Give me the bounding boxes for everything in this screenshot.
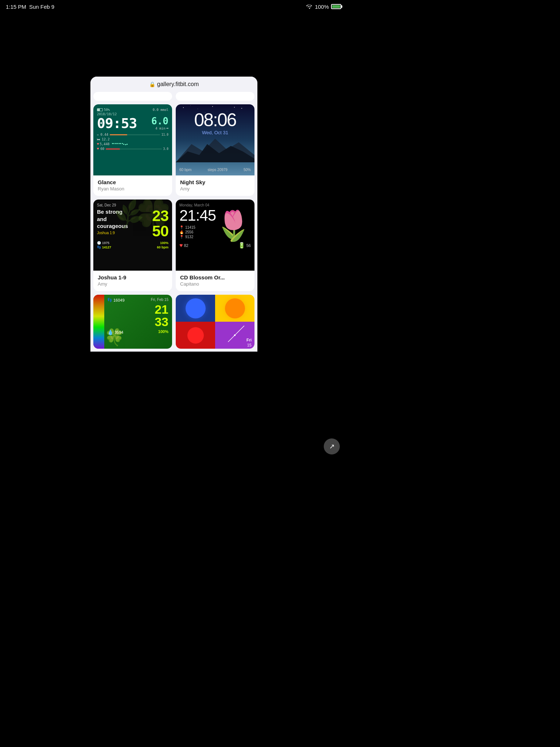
watch-card-clover[interactable]: 👣 16049 Fri, Feb 15 21 33 [93, 295, 172, 349]
glance-duration: 4 min [155, 127, 165, 130]
glance-battery: 50% [104, 108, 110, 112]
blossom-label: CD Blossom Or... Capitano [176, 271, 254, 291]
glance-bar2-max: 3.0 [163, 147, 168, 151]
blossom-calories: 2556 [185, 230, 193, 234]
joshua-ref: Joshua 1:9 [97, 231, 128, 235]
watch-card-blossom[interactable]: Monday, March 04 21:45 📍 11415 🔥 2556 📍 [176, 200, 254, 291]
glance-steps: 5,448 [100, 142, 109, 146]
joshua-name: Joshua 1-9 [98, 274, 168, 280]
clover-water: 3594 [114, 330, 123, 334]
joshua-label: Joshua 1-9 Amy [93, 271, 172, 291]
colorful-day: Fri [246, 338, 252, 342]
svg-point-4 [234, 334, 236, 336]
joshua-year: 1975 [102, 241, 109, 245]
nightsky-face: 08:06 Wed, Oct 31 60 bpm steps 20979 50% [176, 104, 254, 175]
browser-header: 🔒 gallery.fitbit.com [90, 77, 257, 90]
watch-grid: 50% 0.0 mmol 2018/10/12 09:53 6.0 4 min [93, 104, 254, 349]
clover-date: Fri, Feb 15 [151, 298, 168, 302]
blossom-heart: 82 [184, 243, 188, 248]
status-bar: 1:15 PM Sun Feb 9 100% [0, 0, 347, 13]
browser-window: 🔒 gallery.fitbit.com [90, 77, 257, 352]
colorful-face: Fri 15 [176, 295, 254, 349]
nightsky-name: Night Sky [180, 179, 250, 185]
clover-battery: 100% [158, 329, 168, 335]
watch-card-nightsky[interactable]: 08:06 Wed, Oct 31 60 bpm steps 20979 50%… [176, 104, 254, 196]
glance-bed: 12.2 [102, 138, 110, 141]
joshua-min: 50 [152, 222, 168, 240]
blossom-steps: 11415 [185, 225, 195, 229]
nightsky-bpm: 60 bpm [179, 168, 191, 172]
nightsky-battery: 50% [244, 168, 251, 172]
url-text: gallery.fitbit.com [157, 81, 199, 88]
glance-author: Ryan Mason [98, 186, 168, 191]
color-cell-purple: Fri 15 [215, 322, 254, 349]
joshua-topdate: Sat, Dec 29 [97, 203, 116, 207]
partial-top-row [93, 92, 254, 101]
nightsky-steps: steps 20979 [207, 168, 228, 172]
blossom-flower: 🌷 [215, 209, 252, 243]
scroll-button[interactable]: ↗ [324, 438, 340, 454]
scroll-icon: ↗ [329, 443, 335, 450]
joshua-quote: Be strongandcourageous [97, 208, 128, 230]
content-area: 50% 0.0 mmol 2018/10/12 09:53 6.0 4 min [90, 90, 257, 352]
glance-glucose: 6.0 [151, 116, 168, 126]
wifi-icon [306, 4, 313, 10]
watch-card-joshua[interactable]: 🍀 🌿 Sat, Dec 29 Be strongandcourageous J… [93, 200, 172, 291]
color-cell-yellow [215, 295, 254, 322]
svg-line-3 [228, 335, 235, 342]
glance-label: Glance Ryan Mason [93, 175, 172, 196]
lock-icon: 🔒 [149, 81, 155, 87]
glance-heart: 60 [100, 147, 104, 151]
blossom-battery: 56 [246, 243, 251, 248]
date-display: Sun Feb 9 [29, 4, 54, 10]
watch-card-colorful[interactable]: Fri 15 [176, 295, 254, 349]
glance-pencil: 0.44 [100, 133, 108, 136]
clover-time-min: 33 [155, 316, 168, 328]
partial-card-right [176, 92, 254, 101]
blossom-author: Capitano [180, 281, 250, 287]
glance-time: 09:53 [97, 116, 137, 130]
joshua-battery: 100% [160, 241, 168, 245]
watch-card-glance[interactable]: 50% 0.0 mmol 2018/10/12 09:53 6.0 4 min [93, 104, 172, 196]
clover-face: 👣 16049 Fri, Feb 15 21 33 [93, 295, 172, 349]
glance-name: Glance [98, 179, 168, 185]
clover-time-hour: 21 [155, 303, 168, 316]
time-display: 1:15 PM [6, 4, 26, 10]
joshua-face: 🍀 🌿 Sat, Dec 29 Be strongandcourageous J… [93, 200, 172, 271]
nightsky-label: Night Sky Amy [176, 175, 254, 196]
glance-mmol: 0.0 mmol [153, 108, 168, 112]
color-cell-blue [176, 295, 215, 322]
partial-card-left [93, 92, 172, 101]
blossom-face: Monday, March 04 21:45 📍 11415 🔥 2556 📍 [176, 200, 254, 271]
glance-bar1-max: 11.0 [162, 133, 168, 136]
glance-arrow-icon: → [166, 126, 168, 131]
glance-face: 50% 0.0 mmol 2018/10/12 09:53 6.0 4 min [93, 104, 172, 175]
battery-icon [331, 4, 341, 9]
color-cell-red [176, 322, 215, 349]
joshua-bpm: 60 bpm [157, 245, 168, 249]
colorful-date: 15 [247, 343, 252, 347]
joshua-hour: 23 [152, 207, 168, 224]
clover-steps: 16049 [113, 298, 125, 302]
blossom-distance: 9132 [185, 235, 193, 239]
battery-percentage: 100% [315, 4, 329, 10]
joshua-author: Amy [98, 281, 168, 287]
joshua-steps: 14127 [102, 245, 111, 249]
svg-line-2 [235, 326, 244, 335]
nightsky-author: Amy [180, 186, 250, 191]
blossom-name: CD Blossom Or... [180, 274, 250, 280]
